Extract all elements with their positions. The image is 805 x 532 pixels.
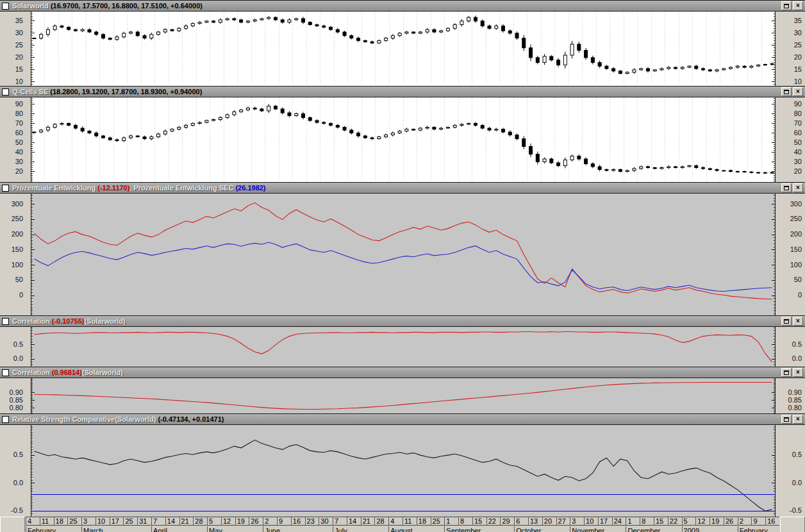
week-tick-label: 19	[235, 517, 249, 526]
y-tick-label: 70	[15, 119, 23, 127]
panel-relative-strength-comparative: Relative Strength Comparative(Solarworld…	[0, 413, 805, 517]
chart-plot-correlation-1[interactable]	[31, 327, 776, 367]
date-scale-months[interactable]: FebruaryMarchAprilMayJuneJulyAugustSepte…	[0, 526, 805, 532]
y-axis-left: 0.50.0	[0, 327, 31, 367]
week-day-number: 5	[209, 517, 213, 525]
chart-plot-q-cells-se[interactable]	[31, 97, 776, 182]
panel-titlebar-solarworld[interactable]: Solarworld (16.9700, 17.5700, 16.8800, 1…	[0, 0, 805, 12]
y-tick-label: 40	[15, 148, 23, 156]
titlebar-buttons: ×	[780, 415, 803, 424]
chart-plot-solarworld[interactable]	[31, 12, 776, 86]
week-day-number: 17	[600, 517, 608, 525]
panel-body: 0.50.00.50.0	[0, 327, 805, 367]
restore-button[interactable]	[781, 87, 792, 96]
month-name: November	[572, 527, 604, 532]
y-tick-label: 0.5	[13, 340, 23, 348]
y-tick-label: 30	[15, 29, 23, 37]
y-tick-label: 0.90	[10, 388, 23, 396]
panel-titlebar-correlation-2[interactable]: Correlation (0.96814)(Solarworld)×	[0, 367, 805, 378]
week-tick-label: 17	[110, 517, 124, 526]
window-icon[interactable]	[2, 88, 9, 96]
y-axis-left: 353025201510	[0, 12, 31, 86]
week-day-number: 31	[139, 517, 147, 525]
week-day-number: 7	[153, 517, 157, 525]
week-tick-label: 23	[305, 517, 319, 526]
window-icon[interactable]	[2, 416, 9, 423]
week-tick-label: 5	[207, 517, 221, 526]
y-tick-label: 0.5	[13, 451, 23, 458]
week-day-number: 19	[711, 517, 719, 525]
week-day-number: 15	[656, 517, 663, 525]
restore-icon	[784, 90, 789, 94]
restore-button[interactable]	[781, 415, 792, 424]
close-icon: ×	[796, 369, 800, 376]
month-label: 2009	[682, 526, 738, 532]
chart-plot-correlation-2[interactable]	[31, 378, 776, 413]
month-name: February	[28, 527, 56, 532]
titlebar-buttons: ×	[780, 1, 803, 10]
close-button[interactable]: ×	[793, 415, 803, 424]
title-segment: (Solarworld)	[85, 317, 126, 325]
y-tick-label: 10	[794, 78, 802, 85]
week-tick-label: 3	[81, 517, 95, 526]
week-day-number: 8	[460, 517, 464, 525]
y-tick-label: 100	[12, 261, 23, 269]
week-day-number: 14	[349, 517, 356, 525]
close-button[interactable]: ×	[793, 87, 803, 96]
chart-plot-prozentuale-entwicklung[interactable]	[31, 194, 776, 315]
week-day-number: 6	[516, 517, 520, 525]
y-axis-right: 300250200150100500	[776, 194, 805, 315]
panel-title: Correlation (0.96814)(Solarworld)	[12, 369, 780, 376]
week-day-number: 18	[56, 517, 63, 525]
month-label: April	[151, 526, 207, 532]
panel-body: 300250200150100500300250200150100500	[0, 194, 805, 315]
y-tick-label: 0	[19, 291, 23, 299]
window-icon[interactable]	[2, 369, 9, 376]
restore-button[interactable]	[781, 317, 792, 326]
restore-button[interactable]	[781, 368, 792, 377]
y-tick-label: 15	[15, 65, 23, 73]
month-name: December	[627, 527, 660, 532]
close-button[interactable]: ×	[793, 368, 803, 377]
week-day-number: 17	[112, 517, 119, 525]
close-button[interactable]: ×	[793, 317, 803, 326]
close-button[interactable]: ×	[793, 183, 803, 192]
y-tick-label: 50	[15, 276, 23, 283]
window-icon[interactable]	[2, 318, 9, 325]
week-tick-label: 5	[682, 517, 696, 526]
restore-button[interactable]	[781, 1, 792, 10]
week-tick-label: 15	[472, 517, 486, 526]
week-tick-label: 25	[123, 517, 137, 526]
y-tick-label: 50	[794, 276, 802, 283]
y-tick-label: 40	[794, 148, 802, 156]
week-day-number: 1	[446, 517, 450, 525]
title-segment: (26.1982)	[235, 184, 265, 192]
y-tick-label: 300	[12, 200, 23, 208]
close-button[interactable]: ×	[793, 1, 803, 10]
titlebar-buttons: ×	[780, 87, 803, 96]
panel-titlebar-correlation-1[interactable]: Correlation (-0.10755)(Solarworld)×	[0, 315, 805, 327]
week-day-number: 14	[167, 517, 175, 525]
window-icon[interactable]	[2, 185, 9, 192]
date-scale-weeks[interactable]: 4111825310172531714212851219262916233071…	[0, 517, 805, 526]
y-tick-label: 0.5	[792, 340, 802, 348]
month-name: April	[153, 527, 167, 532]
close-icon: ×	[796, 318, 800, 324]
panel-title: Correlation (-0.10755)(Solarworld)	[12, 317, 780, 325]
panel-titlebar-relative-strength-comparative[interactable]: Relative Strength Comparative(Solarworld…	[0, 413, 805, 425]
chart-plot-relative-strength-comparative[interactable]	[31, 425, 776, 517]
week-tick-label: 21	[361, 517, 375, 526]
restore-button[interactable]	[781, 183, 792, 192]
week-tick-label: 26	[249, 517, 263, 526]
window-icon[interactable]	[2, 3, 9, 10]
y-tick-label: 80	[15, 110, 23, 117]
y-tick-label: 0.0	[792, 479, 802, 486]
week-day-number: 15	[474, 517, 482, 525]
week-day-number: 3	[572, 517, 576, 525]
panel-titlebar-q-cells-se[interactable]: Q-Cells SE (18.2800, 19.1200, 17.8700, 1…	[0, 86, 805, 97]
panel-body: 0.900.850.800.900.850.80	[0, 378, 805, 413]
close-icon: ×	[796, 416, 800, 422]
panel-titlebar-prozentuale-entwicklung[interactable]: Prozentuale Entwicklung (-12.1170), Proz…	[0, 182, 805, 194]
panel-prozentuale-entwicklung: Prozentuale Entwicklung (-12.1170), Proz…	[0, 182, 805, 315]
week-day-number: 30	[320, 517, 328, 525]
